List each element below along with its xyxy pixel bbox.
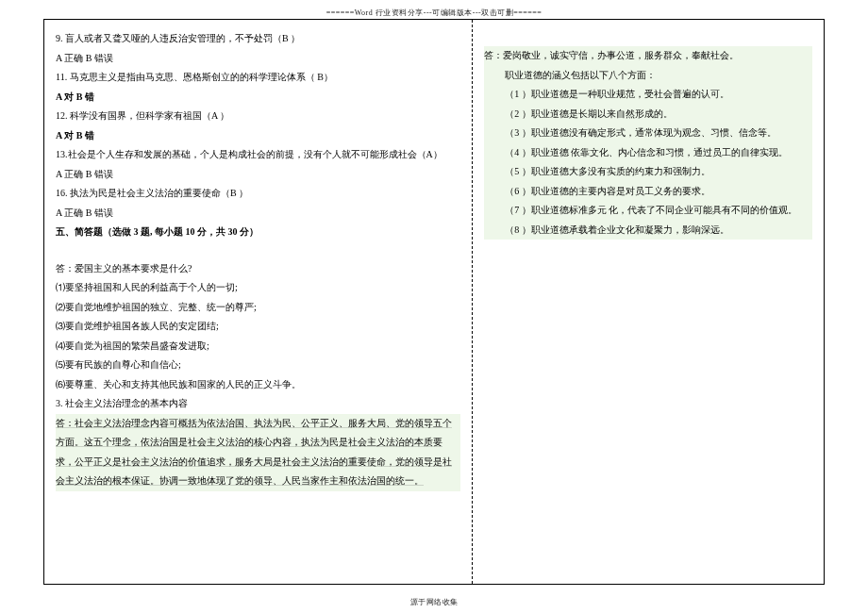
q13: 13.社会是个人生存和发展的基础，个人是构成社会的前提，没有个人就不可能形成社会…	[56, 145, 460, 165]
q16-options: A 正确 B 错误	[56, 204, 460, 224]
a5: ⑸要有民族的自尊心和自信心;	[56, 356, 460, 375]
a6: ⑹要尊重、关心和支持其他民族和国家的人民的正义斗争。	[56, 375, 460, 395]
spacer	[484, 29, 812, 46]
ans-p3: （3 ）职业道德没有确定形式，通常体现为观念、习惯、信念等。	[484, 124, 812, 143]
ans-p7: （7 ）职业道德标准多元 化，代表了不同企业可能具有不同的价值观。	[484, 201, 812, 221]
page-footer: 源于网络收集	[0, 597, 868, 607]
q11-options: A 对 B 错	[56, 88, 460, 108]
section-5-title: 五、简答题（选做 3 题, 每小题 10 分，共 30 分）	[56, 223, 460, 242]
q12-options: A 对 B 错	[56, 126, 460, 146]
ans-p4: （4 ）职业道德 依靠文化、内心信念和习惯，通过员工的自律实现。	[484, 143, 812, 163]
page: ======Word 行业资料分享---可编辑版本---双击可删====== 9…	[0, 0, 868, 613]
q12: 12. 科学没有国界，但科学家有祖国（A ）	[56, 107, 460, 126]
q9: 9. 盲人或者又聋又哑的人违反治安管理的，不予处罚（B ）	[56, 29, 460, 49]
a1: ⑴要坚持祖国和人民的利益高于个人的一切;	[56, 278, 460, 298]
q3-answer: 答：社会主义法治理念内容可概括为依法治国、执法为民、公平正义、服务大局、党的领导…	[56, 414, 460, 491]
ans-intro: 职业道德的涵义包括以下八个方面：	[484, 66, 812, 86]
right-answer-highlight: 答：爱岗敬业，诚实守信，办事公道，服务群众，奉献社会。 职业道德的涵义包括以下八…	[484, 46, 812, 240]
spacer	[56, 242, 460, 259]
ans-p5: （5 ）职业道德大多没有实质的约束力和强制力。	[484, 162, 812, 182]
ans-p1: （1 ）职业道德是一种职业规范，受社会普遍的认可。	[484, 85, 812, 105]
q9-options: A 正确 B 错误	[56, 49, 460, 69]
a2: ⑵要自觉地维护祖国的独立、完整、统一的尊严;	[56, 298, 460, 318]
q3: 3. 社会主义法治理念的基本内容	[56, 394, 460, 414]
a4: ⑷要自觉为祖国的繁荣昌盛奋发进取;	[56, 337, 460, 356]
q13-options: A 正确 B 错误	[56, 165, 460, 185]
left-column: 9. 盲人或者又聋又哑的人违反治安管理的，不予处罚（B ） A 正确 B 错误 …	[44, 20, 473, 584]
q11: 11. 马克思主义是指由马克思、恩格斯创立的的科学理论体系（ B）	[56, 68, 460, 88]
ans-p8: （8 ）职业道德承载着企业文化和凝聚力，影响深远。	[484, 221, 812, 240]
right-column: 答：爱岗敬业，诚实守信，办事公道，服务群众，奉献社会。 职业道德的涵义包括以下八…	[473, 20, 824, 584]
q16: 16. 执法为民是社会主义法治的重要使命（B ）	[56, 184, 460, 204]
q3-answer-highlight: 答：社会主义法治理念内容可概括为依法治国、执法为民、公平正义、服务大局、党的领导…	[56, 414, 460, 491]
a3: ⑶要自觉维护祖国各族人民的安定团结;	[56, 317, 460, 337]
ans-head: 答：爱岗敬业，诚实守信，办事公道，服务群众，奉献社会。	[484, 46, 812, 66]
content-frame: 9. 盲人或者又聋又哑的人违反治安管理的，不予处罚（B ） A 正确 B 错误 …	[43, 19, 825, 585]
ans-p2: （2 ）职业道德是长期以来自然形成的。	[484, 105, 812, 124]
qA: 答：爱国主义的基本要求是什么?	[56, 259, 460, 279]
ans-p6: （6 ）职业道德的主要内容是对员工义务的要求。	[484, 182, 812, 202]
